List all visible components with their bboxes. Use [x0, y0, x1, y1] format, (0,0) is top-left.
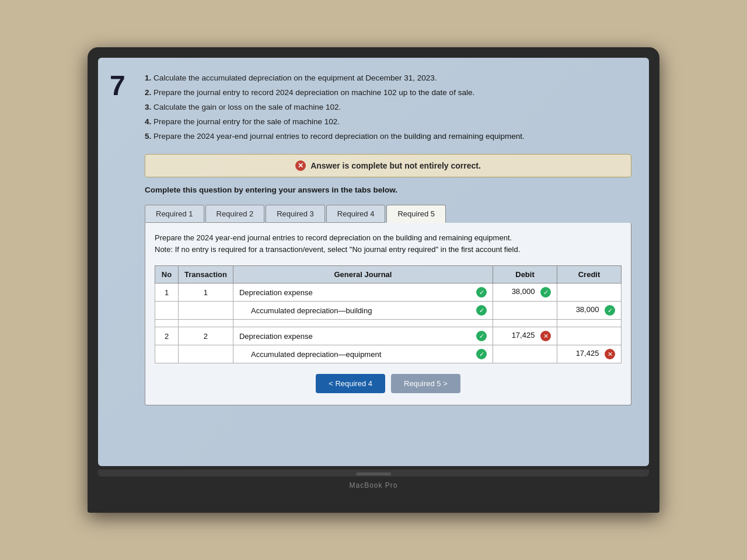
question-number: 7 — [110, 69, 125, 102]
col-header-transaction: Transaction — [179, 266, 233, 284]
tab-required-2[interactable]: Required 2 — [205, 205, 265, 223]
row-no: 1 — [155, 284, 179, 302]
table-row: Accumulated depreciation—equipment ✓ 17,… — [155, 345, 622, 363]
table-row: 2 2 Depreciation expense ✓ 17,425 ✕ — [155, 327, 622, 345]
tabs-container: Required 1 Required 2 Required 3 Require… — [145, 205, 631, 223]
instruction-1: 1. Calculate the accumulated depreciatio… — [145, 72, 631, 85]
check-red-icon: ✕ — [605, 349, 615, 359]
row-account[interactable]: Accumulated depreciation—building ✓ — [233, 302, 493, 320]
col-header-debit: Debit — [493, 266, 557, 284]
row-debit[interactable]: 38,000 ✓ — [493, 284, 557, 302]
tab-content: Prepare the 2024 year-end journal entrie… — [145, 223, 631, 406]
spacer-row — [155, 320, 622, 327]
check-green-icon: ✓ — [605, 305, 615, 316]
row-no: 2 — [155, 327, 179, 345]
journal-table: No Transaction General Journal Debit Cre… — [155, 265, 622, 363]
col-header-credit: Credit — [557, 266, 622, 284]
tab-description: Prepare the 2024 year-end journal entrie… — [155, 232, 622, 257]
error-icon: ✕ — [295, 160, 306, 171]
row-transaction: 2 — [179, 327, 233, 345]
prev-button[interactable]: < Required 4 — [316, 374, 385, 393]
row-transaction — [179, 302, 233, 320]
row-credit[interactable] — [557, 284, 622, 302]
row-account[interactable]: Depreciation expense ✓ — [233, 284, 493, 302]
nav-buttons: < Required 4 Required 5 > — [155, 374, 622, 393]
macbook-label: MacBook Pro — [98, 481, 649, 489]
tab-required-5[interactable]: Required 5 — [386, 205, 446, 223]
instruction-3: 3. Calculate the gain or loss on the sal… — [145, 101, 631, 114]
check-red-icon: ✕ — [540, 331, 551, 341]
row-credit[interactable]: 38,000 ✓ — [557, 302, 622, 320]
laptop-notch — [356, 473, 391, 475]
row-no — [155, 345, 179, 363]
check-green-icon: ✓ — [476, 349, 487, 359]
table-row: 1 1 Depreciation expense ✓ 38,000 ✓ — [155, 284, 622, 302]
tab-required-1[interactable]: Required 1 — [145, 205, 204, 223]
instruction-5: 5. Prepare the 2024 year-end journal ent… — [145, 130, 631, 144]
col-header-no: No — [155, 266, 179, 284]
instruction-4: 4. Prepare the journal entry for the sal… — [145, 116, 631, 129]
answer-banner-text: Answer is complete but not entirely corr… — [310, 161, 481, 170]
row-account[interactable]: Depreciation expense ✓ — [233, 327, 493, 345]
complete-text: Complete this question by entering your … — [145, 186, 631, 194]
row-no — [155, 302, 179, 320]
main-content: 1. Calculate the accumulated depreciatio… — [145, 72, 631, 405]
next-button[interactable]: Required 5 > — [391, 374, 460, 393]
row-transaction: 1 — [179, 284, 233, 302]
tab-required-3[interactable]: Required 3 — [266, 205, 325, 223]
row-transaction — [179, 345, 233, 363]
check-green-icon: ✓ — [476, 287, 487, 298]
answer-banner: ✕ Answer is complete but not entirely co… — [145, 154, 631, 177]
instruction-2: 2. Prepare the journal entry to record 2… — [145, 86, 631, 100]
row-debit[interactable] — [493, 302, 557, 320]
check-green-icon: ✓ — [476, 305, 487, 316]
check-green-icon: ✓ — [540, 287, 551, 298]
row-debit[interactable]: 17,425 ✕ — [493, 327, 557, 345]
row-credit[interactable]: 17,425 ✕ — [557, 345, 622, 363]
table-row: Accumulated depreciation—building ✓ 38,0… — [155, 302, 622, 320]
tab-required-4[interactable]: Required 4 — [326, 205, 386, 223]
instructions: 1. Calculate the accumulated depreciatio… — [145, 72, 631, 144]
row-account[interactable]: Accumulated depreciation—equipment ✓ — [233, 345, 493, 363]
col-header-general-journal: General Journal — [233, 266, 493, 284]
row-debit[interactable] — [493, 345, 557, 363]
check-green-icon: ✓ — [476, 331, 487, 341]
row-credit[interactable] — [557, 327, 622, 345]
